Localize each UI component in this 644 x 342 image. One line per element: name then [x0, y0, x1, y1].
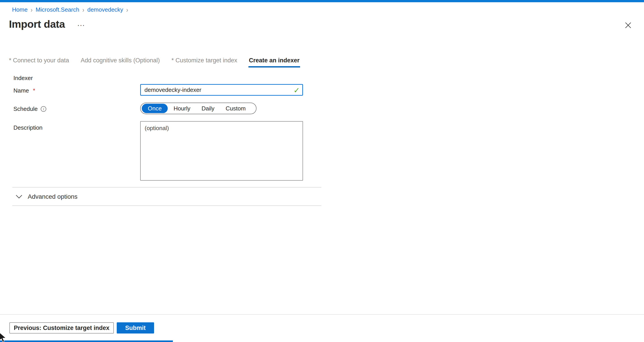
required-asterisk: *: [33, 87, 35, 94]
divider: [12, 206, 321, 206]
advanced-options-label: Advanced options: [28, 193, 78, 200]
top-accent-bar: [0, 0, 644, 2]
schedule-option-once[interactable]: Once: [142, 104, 168, 113]
name-label-text: Name: [14, 87, 29, 94]
breadcrumb-home[interactable]: Home: [12, 6, 28, 13]
breadcrumb-microsoft-search[interactable]: Microsoft.Search: [36, 6, 79, 13]
breadcrumb-separator-icon: ›: [31, 6, 32, 14]
schedule-segmented-control: Once Hourly Daily Custom: [140, 102, 256, 114]
name-input-wrapper: ✓: [140, 84, 303, 96]
breadcrumb-separator-icon: ›: [126, 6, 128, 14]
description-field-label: Description: [14, 124, 42, 131]
info-icon[interactable]: i: [41, 106, 46, 112]
submit-button[interactable]: Submit: [117, 322, 154, 334]
close-icon: [625, 22, 631, 28]
advanced-options-toggle[interactable]: Advanced options: [16, 192, 78, 202]
breadcrumb: Home › Microsoft.Search › demovedecky ›: [12, 6, 128, 13]
indexer-name-input[interactable]: [140, 84, 303, 96]
schedule-option-daily[interactable]: Daily: [196, 104, 220, 113]
wizard-tabs: * Connect to your data Add cognitive ski…: [9, 57, 300, 68]
tab-customize-target-index[interactable]: * Customize target index: [172, 57, 237, 68]
footer-divider: [0, 314, 644, 315]
breadcrumb-separator-icon: ›: [82, 6, 84, 14]
divider: [12, 187, 321, 188]
chevron-down-icon: [16, 195, 22, 199]
schedule-option-hourly[interactable]: Hourly: [168, 104, 196, 113]
breadcrumb-demovedecky[interactable]: demovedecky: [87, 6, 123, 13]
description-label-text: Description: [14, 124, 42, 131]
description-textarea[interactable]: [140, 121, 303, 180]
name-field-label: Name*: [14, 87, 35, 94]
tab-connect-to-your-data[interactable]: * Connect to your data: [9, 57, 69, 68]
schedule-option-custom[interactable]: Custom: [220, 104, 251, 113]
indexer-section-label: Indexer: [14, 75, 33, 82]
tab-add-cognitive-skills[interactable]: Add cognitive skills (Optional): [81, 57, 160, 68]
schedule-field-label: Schedule i: [14, 106, 46, 112]
previous-step-button[interactable]: Previous: Customize target index: [10, 322, 114, 334]
page-title: Import data: [9, 18, 65, 30]
close-button[interactable]: [624, 22, 632, 29]
more-options-icon[interactable]: …: [77, 19, 85, 27]
schedule-label-text: Schedule: [14, 106, 38, 112]
bottom-accent-bar: [0, 340, 173, 342]
tab-create-an-indexer[interactable]: Create an indexer: [249, 57, 300, 68]
